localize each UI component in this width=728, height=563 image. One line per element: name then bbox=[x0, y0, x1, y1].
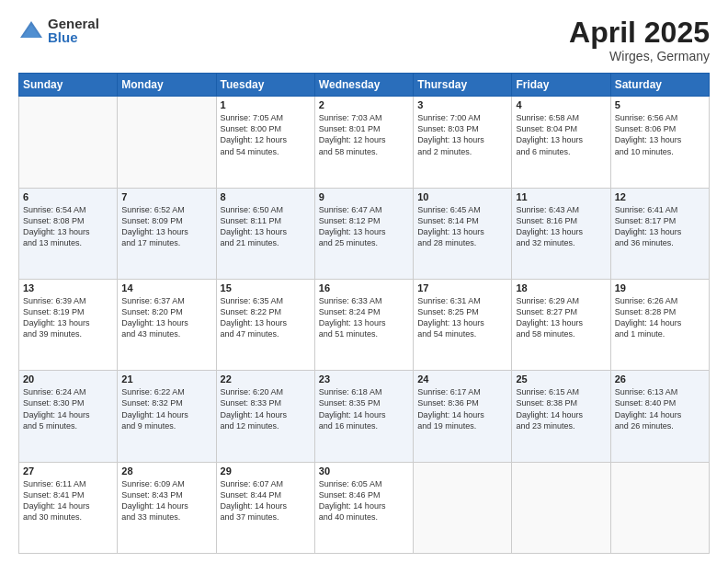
calendar-cell: 28Sunrise: 6:09 AM Sunset: 8:43 PM Dayli… bbox=[118, 462, 216, 553]
day-number: 17 bbox=[417, 282, 507, 293]
day-info: Sunrise: 6:39 AM Sunset: 8:19 PM Dayligh… bbox=[23, 295, 113, 340]
header-friday: Friday bbox=[512, 74, 610, 97]
day-info: Sunrise: 6:31 AM Sunset: 8:25 PM Dayligh… bbox=[417, 295, 507, 340]
calendar-cell: 23Sunrise: 6:18 AM Sunset: 8:35 PM Dayli… bbox=[314, 371, 413, 462]
calendar-cell bbox=[414, 462, 512, 553]
logo-blue: Blue bbox=[48, 30, 99, 44]
calendar-week-1: 6Sunrise: 6:54 AM Sunset: 8:08 PM Daylig… bbox=[19, 188, 710, 279]
calendar-cell: 5Sunrise: 6:56 AM Sunset: 8:06 PM Daylig… bbox=[610, 97, 709, 188]
calendar-week-2: 13Sunrise: 6:39 AM Sunset: 8:19 PM Dayli… bbox=[19, 279, 710, 370]
title-block: April 2025 Wirges, Germany bbox=[569, 17, 710, 63]
day-number: 26 bbox=[615, 373, 705, 385]
day-info: Sunrise: 6:43 AM Sunset: 8:16 PM Dayligh… bbox=[516, 204, 606, 249]
calendar-table: SundayMondayTuesdayWednesdayThursdayFrid… bbox=[18, 73, 710, 554]
day-number: 28 bbox=[121, 465, 211, 477]
day-number: 13 bbox=[23, 282, 113, 293]
day-info: Sunrise: 6:50 AM Sunset: 8:11 PM Dayligh… bbox=[221, 204, 311, 249]
day-info: Sunrise: 6:47 AM Sunset: 8:12 PM Dayligh… bbox=[319, 204, 409, 249]
calendar-week-3: 20Sunrise: 6:24 AM Sunset: 8:30 PM Dayli… bbox=[19, 371, 710, 462]
day-info: Sunrise: 7:00 AM Sunset: 8:03 PM Dayligh… bbox=[417, 112, 507, 157]
day-number: 11 bbox=[516, 191, 606, 202]
day-number: 22 bbox=[221, 373, 311, 385]
day-number: 27 bbox=[23, 465, 113, 477]
day-info: Sunrise: 6:09 AM Sunset: 8:43 PM Dayligh… bbox=[121, 478, 211, 523]
header-monday: Monday bbox=[118, 74, 216, 97]
calendar-cell: 26Sunrise: 6:13 AM Sunset: 8:40 PM Dayli… bbox=[610, 371, 709, 462]
day-info: Sunrise: 6:52 AM Sunset: 8:09 PM Dayligh… bbox=[121, 204, 211, 249]
calendar-cell: 17Sunrise: 6:31 AM Sunset: 8:25 PM Dayli… bbox=[414, 279, 512, 370]
day-number: 2 bbox=[319, 99, 409, 110]
calendar-cell: 18Sunrise: 6:29 AM Sunset: 8:27 PM Dayli… bbox=[512, 279, 610, 370]
day-info: Sunrise: 6:56 AM Sunset: 8:06 PM Dayligh… bbox=[615, 112, 705, 157]
calendar-cell: 10Sunrise: 6:45 AM Sunset: 8:14 PM Dayli… bbox=[414, 188, 512, 279]
calendar-week-0: 1Sunrise: 7:05 AM Sunset: 8:00 PM Daylig… bbox=[19, 97, 710, 188]
day-number: 15 bbox=[221, 282, 311, 293]
day-info: Sunrise: 6:18 AM Sunset: 8:35 PM Dayligh… bbox=[319, 386, 409, 431]
day-info: Sunrise: 7:03 AM Sunset: 8:01 PM Dayligh… bbox=[319, 112, 409, 157]
header-saturday: Saturday bbox=[610, 74, 709, 97]
day-number: 24 bbox=[417, 373, 507, 385]
calendar-cell bbox=[19, 97, 118, 188]
day-number: 4 bbox=[516, 99, 606, 110]
calendar-cell: 19Sunrise: 6:26 AM Sunset: 8:28 PM Dayli… bbox=[610, 279, 709, 370]
calendar-cell: 9Sunrise: 6:47 AM Sunset: 8:12 PM Daylig… bbox=[314, 188, 413, 279]
day-info: Sunrise: 6:11 AM Sunset: 8:41 PM Dayligh… bbox=[23, 478, 113, 523]
day-info: Sunrise: 6:35 AM Sunset: 8:22 PM Dayligh… bbox=[221, 295, 311, 340]
location: Wirges, Germany bbox=[569, 49, 710, 63]
day-number: 18 bbox=[516, 282, 606, 293]
calendar-cell: 8Sunrise: 6:50 AM Sunset: 8:11 PM Daylig… bbox=[216, 188, 314, 279]
calendar-cell: 4Sunrise: 6:58 AM Sunset: 8:04 PM Daylig… bbox=[512, 97, 610, 188]
calendar-cell: 2Sunrise: 7:03 AM Sunset: 8:01 PM Daylig… bbox=[314, 97, 413, 188]
header-sunday: Sunday bbox=[19, 74, 118, 97]
calendar-cell: 13Sunrise: 6:39 AM Sunset: 8:19 PM Dayli… bbox=[19, 279, 118, 370]
calendar-cell: 30Sunrise: 6:05 AM Sunset: 8:46 PM Dayli… bbox=[314, 462, 413, 553]
day-info: Sunrise: 6:24 AM Sunset: 8:30 PM Dayligh… bbox=[23, 386, 113, 431]
calendar-cell: 16Sunrise: 6:33 AM Sunset: 8:24 PM Dayli… bbox=[314, 279, 413, 370]
calendar-cell: 1Sunrise: 7:05 AM Sunset: 8:00 PM Daylig… bbox=[216, 97, 314, 188]
calendar-cell: 29Sunrise: 6:07 AM Sunset: 8:44 PM Dayli… bbox=[216, 462, 314, 553]
day-number: 25 bbox=[516, 373, 606, 385]
day-number: 7 bbox=[121, 191, 211, 202]
day-number: 20 bbox=[23, 373, 113, 385]
day-info: Sunrise: 6:26 AM Sunset: 8:28 PM Dayligh… bbox=[615, 295, 705, 340]
day-info: Sunrise: 6:29 AM Sunset: 8:27 PM Dayligh… bbox=[516, 295, 606, 340]
day-number: 30 bbox=[319, 465, 409, 477]
calendar-cell: 3Sunrise: 7:00 AM Sunset: 8:03 PM Daylig… bbox=[414, 97, 512, 188]
day-number: 12 bbox=[615, 191, 705, 202]
day-number: 10 bbox=[417, 191, 507, 202]
header-tuesday: Tuesday bbox=[216, 74, 314, 97]
calendar-cell: 14Sunrise: 6:37 AM Sunset: 8:20 PM Dayli… bbox=[118, 279, 216, 370]
calendar-cell: 24Sunrise: 6:17 AM Sunset: 8:36 PM Dayli… bbox=[414, 371, 512, 462]
calendar-cell: 7Sunrise: 6:52 AM Sunset: 8:09 PM Daylig… bbox=[118, 188, 216, 279]
calendar-cell: 21Sunrise: 6:22 AM Sunset: 8:32 PM Dayli… bbox=[118, 371, 216, 462]
day-number: 1 bbox=[221, 99, 311, 110]
day-info: Sunrise: 6:33 AM Sunset: 8:24 PM Dayligh… bbox=[319, 295, 409, 340]
calendar-week-4: 27Sunrise: 6:11 AM Sunset: 8:41 PM Dayli… bbox=[19, 462, 710, 553]
calendar-header-row: SundayMondayTuesdayWednesdayThursdayFrid… bbox=[19, 74, 710, 97]
header-thursday: Thursday bbox=[414, 74, 512, 97]
calendar-cell bbox=[118, 97, 216, 188]
calendar-cell: 6Sunrise: 6:54 AM Sunset: 8:08 PM Daylig… bbox=[19, 188, 118, 279]
day-number: 5 bbox=[615, 99, 705, 110]
day-number: 14 bbox=[121, 282, 211, 293]
logo-text: General Blue bbox=[48, 17, 99, 44]
day-info: Sunrise: 6:07 AM Sunset: 8:44 PM Dayligh… bbox=[221, 478, 311, 523]
page: General Blue April 2025 Wirges, Germany … bbox=[0, 0, 728, 563]
day-number: 6 bbox=[23, 191, 113, 202]
day-info: Sunrise: 6:22 AM Sunset: 8:32 PM Dayligh… bbox=[121, 386, 211, 431]
day-number: 9 bbox=[319, 191, 409, 202]
day-number: 29 bbox=[221, 465, 311, 477]
calendar-cell: 11Sunrise: 6:43 AM Sunset: 8:16 PM Dayli… bbox=[512, 188, 610, 279]
day-info: Sunrise: 6:15 AM Sunset: 8:38 PM Dayligh… bbox=[516, 386, 606, 431]
calendar-cell: 27Sunrise: 6:11 AM Sunset: 8:41 PM Dayli… bbox=[19, 462, 118, 553]
header: General Blue April 2025 Wirges, Germany bbox=[18, 17, 710, 63]
calendar-cell: 20Sunrise: 6:24 AM Sunset: 8:30 PM Dayli… bbox=[19, 371, 118, 462]
logo: General Blue bbox=[18, 17, 99, 44]
day-info: Sunrise: 6:05 AM Sunset: 8:46 PM Dayligh… bbox=[319, 478, 409, 523]
day-info: Sunrise: 6:13 AM Sunset: 8:40 PM Dayligh… bbox=[615, 386, 705, 431]
day-number: 19 bbox=[615, 282, 705, 293]
calendar-cell: 22Sunrise: 6:20 AM Sunset: 8:33 PM Dayli… bbox=[216, 371, 314, 462]
day-info: Sunrise: 6:37 AM Sunset: 8:20 PM Dayligh… bbox=[121, 295, 211, 340]
header-wednesday: Wednesday bbox=[314, 74, 413, 97]
logo-general: General bbox=[48, 17, 99, 30]
